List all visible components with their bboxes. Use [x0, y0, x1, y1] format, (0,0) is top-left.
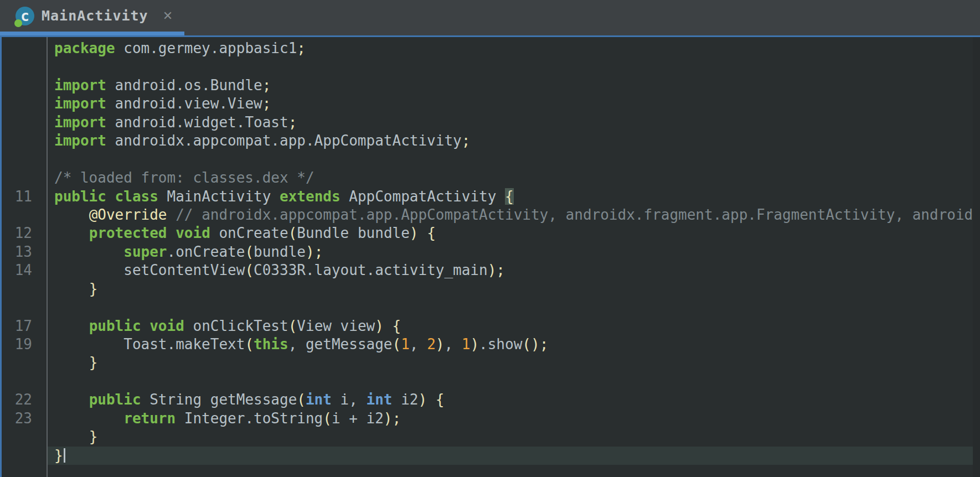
- code-line[interactable]: }: [48, 447, 980, 465]
- code-line[interactable]: public class MainActivity extends AppCom…: [48, 188, 980, 206]
- code-token: android.os.Bundle: [106, 77, 262, 94]
- line-number: 19: [0, 335, 47, 354]
- code-line[interactable]: /* loaded from: classes.dex */: [48, 169, 980, 187]
- code-token: [54, 243, 123, 260]
- code-token: android.view.View: [106, 95, 262, 112]
- code-token: [141, 318, 150, 334]
- line-number: 23: [0, 409, 47, 428]
- code-token: ;: [288, 114, 297, 131]
- code-token: ): [531, 336, 540, 352]
- code-token: ;: [262, 77, 271, 94]
- code-line[interactable]: package com.germey.appbasic1;: [48, 39, 980, 58]
- code-token: 1: [462, 336, 471, 352]
- active-tab-indicator: [0, 32, 184, 35]
- code-token: ,: [410, 336, 427, 352]
- line-number: [0, 76, 47, 95]
- tab-mainactivity[interactable]: c MainActivity ✕: [0, 0, 185, 32]
- code-line[interactable]: [48, 298, 980, 317]
- code-token: package: [54, 40, 115, 56]
- code-line[interactable]: protected void onCreate(Bundle bundle) {: [48, 224, 980, 242]
- code-token: com.germey.appbasic1: [115, 40, 297, 56]
- line-number: 12: [0, 224, 47, 242]
- scrollbar-track[interactable]: [973, 37, 980, 477]
- code-line[interactable]: [48, 372, 980, 391]
- code-token: ;: [314, 243, 323, 260]
- code-token: bundle: [254, 243, 306, 260]
- line-number: [0, 280, 47, 298]
- code-token: [54, 391, 89, 408]
- code-token: ): [375, 318, 384, 334]
- code-editor[interactable]: 11 121314 1719 2223 package com.germey.a…: [0, 37, 980, 477]
- code-token: {: [393, 318, 401, 334]
- line-number: 22: [0, 391, 47, 409]
- code-token: {: [505, 188, 514, 205]
- code-token: [54, 318, 89, 334]
- code-token: ;: [496, 262, 505, 278]
- code-lines[interactable]: package com.germey.appbasic1;import andr…: [48, 37, 980, 477]
- code-line[interactable]: return Integer.toString(i + i2);: [48, 409, 980, 428]
- class-icon-green-dot: [14, 19, 22, 27]
- line-number: 11: [0, 188, 47, 206]
- code-line[interactable]: super.onCreate(bundle);: [48, 243, 980, 261]
- code-token: onCreate: [210, 225, 288, 241]
- code-token: i2: [393, 391, 419, 408]
- code-token: [54, 410, 123, 427]
- code-token: }: [89, 428, 98, 445]
- line-number: [0, 151, 47, 169]
- code-token: }: [89, 354, 98, 371]
- code-token: protected: [89, 225, 167, 241]
- code-token: .onCreate: [167, 243, 245, 260]
- code-token: String getMessage: [141, 391, 297, 408]
- code-token: android.widget.Toast: [106, 114, 288, 131]
- code-token: i + i2: [332, 410, 384, 427]
- line-number: [0, 447, 47, 465]
- code-token: (: [245, 262, 254, 278]
- code-line[interactable]: public String getMessage(int i, int i2) …: [48, 391, 980, 409]
- tab-close-icon[interactable]: ✕: [163, 9, 173, 23]
- code-token: ): [419, 391, 427, 408]
- code-token: [54, 428, 89, 445]
- tab-title: MainActivity: [42, 8, 148, 24]
- line-number: [0, 298, 47, 317]
- code-token: public: [89, 391, 141, 408]
- code-token: int: [306, 391, 332, 408]
- code-line[interactable]: import android.widget.Toast;: [48, 113, 980, 132]
- code-line[interactable]: import android.view.View;: [48, 95, 980, 113]
- line-number: 17: [0, 317, 47, 335]
- code-token: [54, 354, 89, 371]
- code-line[interactable]: Toast.makeText(this, getMessage(1, 2), 1…: [48, 335, 980, 354]
- code-token: ;: [262, 95, 271, 112]
- code-token: public: [89, 318, 141, 334]
- code-token: (: [393, 336, 401, 352]
- decompiler-window: c MainActivity ✕ 11 121314 1719 2223 pac…: [0, 0, 980, 477]
- code-token: (: [288, 318, 297, 334]
- line-number: [0, 169, 47, 187]
- code-token: // androidx.appcompat.app.AppCompatActiv…: [167, 206, 980, 223]
- code-line[interactable]: }: [48, 280, 980, 298]
- code-token: androidx.appcompat.app.AppCompatActivity: [106, 132, 462, 149]
- code-token: import: [54, 132, 106, 149]
- code-line[interactable]: public void onClickTest(View view) {: [48, 317, 980, 335]
- code-token: [54, 225, 89, 241]
- line-number: [0, 113, 47, 132]
- code-line[interactable]: }: [48, 354, 980, 372]
- code-line[interactable]: setContentView(C0333R.layout.activity_ma…: [48, 261, 980, 279]
- line-number: [0, 95, 47, 113]
- text-caret: [64, 448, 65, 463]
- code-line[interactable]: @Override // androidx.appcompat.app.AppC…: [48, 206, 980, 224]
- code-line[interactable]: [48, 58, 980, 76]
- code-line[interactable]: import android.os.Bundle;: [48, 76, 980, 95]
- code-token: super: [123, 243, 167, 260]
- code-line[interactable]: [48, 151, 980, 169]
- code-token: @Override: [89, 206, 167, 223]
- code-token: Toast.makeText: [54, 336, 245, 352]
- code-token: [419, 225, 427, 241]
- code-token: setContentView: [54, 262, 245, 278]
- code-token: /* loaded from: classes.dex */: [54, 169, 314, 186]
- code-token: ): [488, 262, 497, 278]
- code-token: class: [115, 188, 158, 205]
- code-token: ;: [393, 410, 401, 427]
- code-token: Bundle bundle: [297, 225, 410, 241]
- code-line[interactable]: import androidx.appcompat.app.AppCompatA…: [48, 132, 980, 150]
- code-line[interactable]: }: [48, 428, 980, 446]
